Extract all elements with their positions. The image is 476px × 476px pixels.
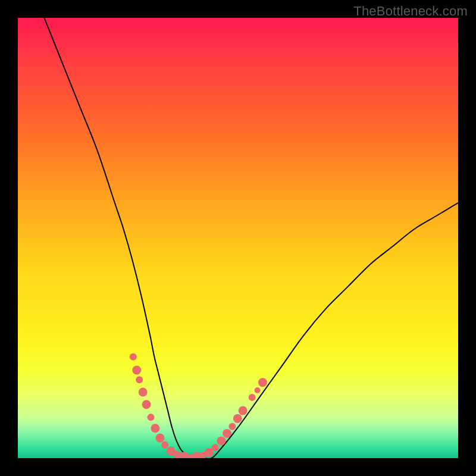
data-point [223, 429, 231, 438]
data-point [130, 353, 137, 361]
data-point [258, 378, 267, 387]
data-point [139, 388, 148, 397]
data-point [180, 452, 189, 458]
data-markers [130, 353, 267, 458]
data-point [255, 387, 261, 393]
data-point [156, 433, 165, 442]
plot-area [18, 18, 458, 458]
chart-svg [18, 18, 458, 458]
data-point [142, 400, 151, 409]
data-point [132, 366, 141, 375]
data-point [147, 414, 154, 421]
data-point [161, 441, 168, 449]
data-point [151, 424, 159, 433]
data-point [249, 394, 256, 401]
data-point [217, 437, 226, 446]
data-point [228, 423, 236, 430]
data-point [212, 444, 219, 451]
data-point [136, 376, 143, 383]
data-point [174, 451, 181, 458]
chart-container: TheBottleneck.com [0, 0, 476, 476]
data-point [233, 414, 242, 423]
watermark-text: TheBottleneck.com [353, 4, 468, 19]
bottleneck-curve [44, 18, 458, 458]
data-point [239, 406, 248, 415]
